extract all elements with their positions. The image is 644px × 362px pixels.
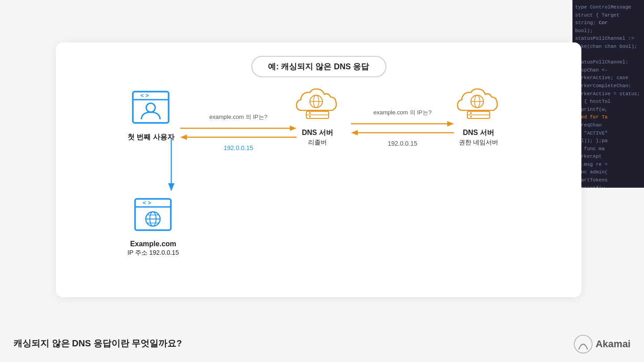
svg-point-34	[470, 112, 472, 114]
node-auth: DNS 서버 권한 네임서버	[454, 83, 503, 147]
svg-marker-26	[447, 121, 454, 126]
main-card: 예: 캐싱되지 않은 DNS 응답 < > 첫 번째 사용자	[56, 42, 581, 297]
svg-rect-6	[135, 199, 171, 230]
arrow-user-resolver: example.com 의 IP는? 192.0.0.15	[176, 113, 301, 152]
auth-label: DNS 서버	[463, 128, 494, 138]
website-icon: < >	[133, 194, 173, 235]
dns-auth-icon	[454, 83, 503, 123]
resolver-label: DNS 서버	[302, 128, 333, 138]
svg-point-35	[470, 116, 472, 118]
arrow-ur-bottom-label: 192.0.0.15	[176, 144, 301, 152]
svg-point-23	[309, 112, 311, 114]
arrow-ra-top-label: example.com 의 IP는?	[347, 109, 458, 117]
arrow-resolver-auth: example.com 의 IP는? 192.0.0.15	[347, 109, 458, 147]
diagram-layout: < > 첫 번째 사용자 < >	[56, 42, 581, 297]
svg-text:< >: < >	[140, 92, 149, 99]
svg-point-24	[309, 116, 311, 118]
svg-point-3	[146, 103, 155, 112]
node-website: < > Example.com IP 주소 192.0.0.15	[127, 194, 179, 257]
code-background: type ControlMessage struct { Target stri…	[572, 0, 644, 188]
akamai-logo: Akamai	[573, 334, 631, 354]
arrow-ur-top-label: example.com 의 IP는?	[176, 113, 301, 121]
auth-sublabel: 권한 네임서버	[459, 139, 498, 147]
bottom-question-text: 캐싱되지 않은 DNS 응답이란 무엇일까요?	[13, 337, 182, 349]
website-sublabel: IP 주소 192.0.0.15	[127, 249, 179, 257]
svg-marker-28	[351, 130, 358, 135]
svg-marker-17	[180, 135, 187, 140]
svg-rect-0	[133, 92, 169, 123]
svg-text:< >: < >	[143, 199, 151, 206]
akamai-label: Akamai	[596, 338, 631, 350]
node-user: < > 첫 번째 사용자	[127, 87, 174, 142]
website-label: Example.com	[130, 240, 176, 248]
node-resolver: DNS 서버 리졸버	[293, 83, 342, 147]
dns-resolver-icon	[293, 83, 342, 123]
svg-marker-5	[168, 183, 174, 191]
arrow-ra-bottom-label: 192.0.0.15	[347, 140, 458, 147]
akamai-logo-icon	[573, 334, 593, 354]
browser-icon: < >	[131, 87, 171, 127]
resolver-sublabel: 리졸버	[308, 139, 327, 147]
